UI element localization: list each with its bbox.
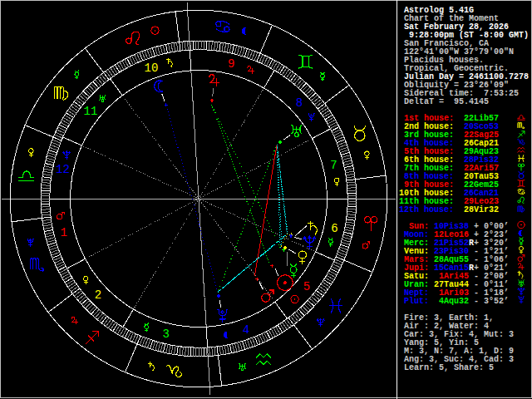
svg-text:1: 1: [60, 226, 66, 239]
svg-text:28Vir32: 28Vir32: [464, 205, 499, 214]
svg-text:Learn: 5, Share: 5: Learn: 5, Share: 5: [404, 363, 494, 372]
svg-text:2: 2: [95, 288, 101, 302]
svg-text:4: 4: [243, 323, 249, 337]
svg-text:8: 8: [296, 96, 303, 110]
svg-text:6: 6: [331, 222, 337, 235]
svg-text:3: 3: [163, 328, 170, 341]
svg-text:10: 10: [145, 62, 159, 75]
svg-text:5: 5: [303, 280, 310, 293]
svg-text:4Aqu32: 4Aqu32: [434, 297, 469, 306]
svg-text:11: 11: [84, 105, 98, 118]
svg-text:Plut:: Plut:: [404, 297, 429, 306]
svg-text:DeltaT = 95.4145: DeltaT = 95.4145: [404, 97, 489, 106]
svg-text:9: 9: [228, 57, 234, 71]
svg-text:12th house:: 12th house:: [399, 205, 454, 214]
svg-text:7: 7: [330, 159, 337, 172]
svg-text:12: 12: [56, 163, 70, 176]
svg-text:- 3°52’: - 3°52’: [474, 297, 509, 306]
